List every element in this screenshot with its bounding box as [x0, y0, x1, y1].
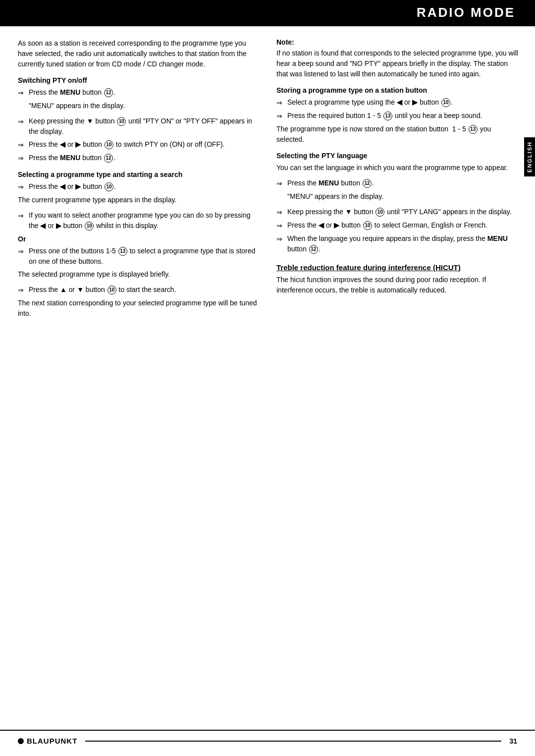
bullet-text: Press the ◀ or ▶ button 10. [29, 181, 262, 192]
list-item: Press the required button 1 - 5 13 until… [276, 111, 520, 121]
pty-lang-intro: You can set the language in which you wa… [276, 163, 520, 173]
list-item: Press the ◀ or ▶ button 10. [18, 181, 262, 192]
circle-num-10d: 10 [85, 222, 94, 231]
left-column: As soon as a station is received corresp… [18, 38, 262, 324]
circle-num-10: 10 [117, 117, 126, 126]
language-tab: ENGLISH [524, 137, 535, 176]
menu-appears-text2: "MENU" appears in the display. [287, 191, 520, 202]
bullet-text: Press the required button 1 - 5 13 until… [287, 111, 520, 121]
circle-num-12c: 12 [363, 179, 372, 188]
circle-num-10g: 10 [375, 208, 384, 217]
circle-num-10f: 10 [441, 98, 450, 107]
select-prog-heading: Selecting a programme type and starting … [18, 171, 262, 178]
circle-num-10c: 10 [105, 182, 113, 191]
circle-num-12b: 12 [104, 154, 113, 163]
arrow-icon [18, 140, 29, 150]
list-item: When the language you require appears in… [276, 233, 520, 254]
arrow-icon [276, 111, 287, 121]
arrow-icon [18, 153, 29, 164]
arrow-icon [18, 285, 29, 295]
treble-heading: Treble reduction feature during interfer… [276, 263, 520, 272]
bullet-text: Keep pressing the ▼ button 10 until "PTY… [29, 116, 262, 137]
list-item: Press the ◀ or ▶ button 10 to select Ger… [276, 220, 520, 231]
bullet-text: Keep pressing the ▼ button 10 until "PTY… [287, 207, 520, 217]
circle-num-10e: 10 [107, 286, 116, 294]
bullet-text: When the language you require appears in… [287, 233, 520, 254]
bullet-text: Select a programme type using the ◀ or ▶… [287, 97, 520, 108]
arrow-icon [18, 116, 29, 127]
arrow-icon [18, 88, 29, 98]
list-item: If you want to select another programme … [18, 210, 262, 231]
circle-num-12d: 12 [309, 245, 318, 254]
stored-text: The programme type is now stored on the … [276, 124, 520, 145]
logo-text: BLAUPUNKT [27, 737, 77, 745]
arrow-icon [276, 98, 287, 108]
bullet-text: If you want to select another programme … [29, 210, 262, 231]
arrow-icon [276, 234, 287, 244]
footer-logo: BLAUPUNKT [18, 737, 77, 745]
list-item: Press one of the buttons 1-5 13 to selec… [18, 246, 262, 267]
list-item: Press the ▲ or ▼ button 10 to start the … [18, 285, 262, 295]
intro-text: As soon as a station is received corresp… [18, 38, 262, 69]
note-text: If no station is found that corresponds … [276, 48, 520, 79]
note-label: Note: [276, 38, 520, 46]
footer-line [85, 741, 501, 742]
switching-pty-heading: Switching PTY on/off [18, 76, 262, 84]
arrow-icon [18, 246, 29, 257]
note-section: Note: If no station is found that corres… [276, 38, 520, 79]
circle-num-12: 12 [104, 88, 113, 97]
list-item: Select a programme type using the ◀ or ▶… [276, 97, 520, 108]
menu-display-text: "MENU" appears in the display. [29, 101, 262, 111]
main-content: As soon as a station is received corresp… [0, 26, 535, 324]
footer: BLAUPUNKT 31 [0, 730, 535, 751]
next-station-text: The next station corresponding to your s… [18, 298, 262, 319]
treble-section: Treble reduction feature during interfer… [276, 263, 520, 295]
selected-prog-text: The selected programme type is displayed… [18, 269, 262, 280]
bullet-text: Press the MENU button 12. [29, 87, 262, 98]
bullet-text: Press the ◀ or ▶ button 10 to switch PTY… [29, 139, 262, 150]
bullet-text: Press the MENU button 12. [287, 178, 520, 188]
pty-lang-heading: Selecting the PTY language [276, 152, 520, 160]
circle-num-13b: 13 [383, 112, 392, 120]
circle-num-10b: 10 [105, 140, 113, 149]
list-item: Press the MENU button 12. [18, 153, 262, 164]
circle-num-13: 13 [118, 247, 127, 256]
arrow-icon [18, 182, 29, 192]
arrow-icon [276, 178, 287, 189]
title-text: RADIO MODE [417, 5, 515, 20]
arrow-icon [276, 221, 287, 231]
or-label: Or [18, 235, 262, 243]
arrow-icon [276, 207, 287, 218]
circle-num-13c: 13 [469, 125, 478, 134]
circle-num-10h: 10 [363, 221, 372, 230]
right-column: ENGLISH Note: If no station is found tha… [276, 38, 520, 324]
list-item: Keep pressing the ▼ button 10 until "PTY… [18, 116, 262, 137]
bullet-text: Press one of the buttons 1-5 13 to selec… [29, 246, 262, 267]
page-title: RADIO MODE [0, 0, 535, 25]
logo-dot [18, 738, 24, 744]
page: RADIO MODE As soon as a station is recei… [0, 0, 535, 756]
footer-page-number: 31 [509, 737, 517, 745]
storing-heading: Storing a programme type on a station bu… [276, 86, 520, 94]
list-item: Press the MENU button 12. [18, 87, 262, 98]
list-item: Press the ◀ or ▶ button 10 to switch PTY… [18, 139, 262, 150]
bullet-text: Press the MENU button 12. [29, 153, 262, 163]
current-prog-text: The current programme type appears in th… [18, 195, 262, 205]
treble-text: The hicut function improves the sound du… [276, 275, 520, 295]
list-item: Press the MENU button 12. [276, 178, 520, 189]
bullet-text: Press the ◀ or ▶ button 10 to select Ger… [287, 220, 520, 231]
list-item: Keep pressing the ▼ button 10 until "PTY… [276, 207, 520, 218]
bullet-text: Press the ▲ or ▼ button 10 to start the … [29, 285, 262, 295]
arrow-icon [18, 211, 29, 221]
